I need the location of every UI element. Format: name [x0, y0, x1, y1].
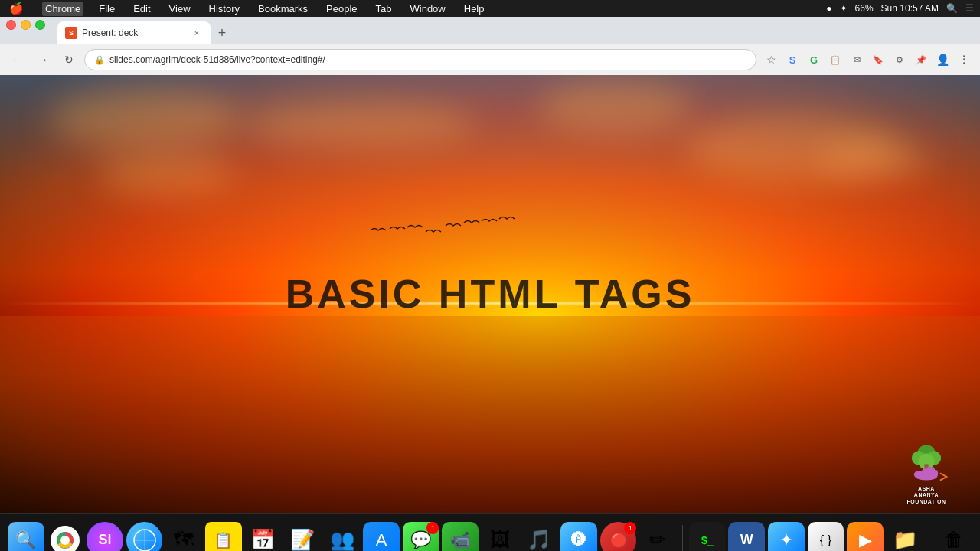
- forward-button[interactable]: →: [32, 49, 54, 70]
- svg-point-7: [60, 536, 70, 545]
- dock-divider2: [929, 525, 929, 552]
- dock-pencil[interactable]: ✏: [639, 522, 676, 552]
- slide-title: BASIC HTML TAGS: [286, 271, 695, 317]
- address-bar[interactable]: 🔒 slides.com/agrim/deck-51d386/live?cont…: [84, 49, 756, 70]
- view-menu[interactable]: View: [166, 2, 194, 16]
- dock-misc[interactable]: 📁: [887, 522, 923, 552]
- dock-trash[interactable]: 🗑: [936, 522, 972, 552]
- logo-watermark: ASHA ANANYA FOUNDATION: [880, 444, 972, 505]
- ext-icon-3[interactable]: 📋: [825, 50, 845, 70]
- dock-messages[interactable]: 💬 1: [403, 522, 439, 552]
- dock-finder[interactable]: 🔍: [8, 522, 44, 552]
- chrome-menu[interactable]: Chrome: [42, 2, 83, 16]
- chrome-window: S Present: deck × + ← → ↻ 🔒 slides.com/a…: [0, 17, 980, 513]
- dock-maps[interactable]: 🗺: [165, 522, 202, 552]
- dock-appstore[interactable]: A: [363, 522, 400, 552]
- ext-icon-6[interactable]: ⚙: [890, 50, 910, 70]
- dock-blue-app[interactable]: ✦: [768, 522, 805, 552]
- menu-dots-icon[interactable]: ⋮: [954, 50, 974, 70]
- dock-appstore2[interactable]: 🅐: [560, 522, 597, 552]
- tab-bar: S Present: deck × +: [0, 17, 980, 44]
- dock-stickies[interactable]: 📋: [205, 522, 242, 552]
- active-tab[interactable]: S Present: deck ×: [57, 21, 211, 44]
- dock-facetime[interactable]: 📹: [442, 522, 479, 552]
- lock-icon: 🔒: [94, 55, 105, 65]
- ext-icon-1[interactable]: S: [782, 50, 802, 70]
- dock-contacts[interactable]: 👥: [324, 522, 361, 552]
- dock-siri[interactable]: Si: [87, 522, 123, 552]
- dock-terminal[interactable]: $_: [689, 522, 726, 552]
- wifi-icon: ●: [826, 3, 831, 14]
- dock-script[interactable]: { }: [808, 522, 844, 552]
- ext-icon-2[interactable]: G: [804, 50, 824, 70]
- menubar-right: ● ✦ 66% Sun 10:57 AM 🔍 ☰: [826, 3, 974, 14]
- bookmark-star-icon[interactable]: ☆: [761, 50, 781, 70]
- dock-photos[interactable]: 🖼: [482, 522, 518, 552]
- reload-button[interactable]: ↻: [58, 49, 80, 70]
- edit-menu[interactable]: Edit: [130, 2, 153, 16]
- battery-indicator: 66%: [855, 3, 874, 14]
- app-badge: 1: [624, 522, 636, 534]
- window-menu[interactable]: Window: [407, 2, 449, 16]
- dock-word[interactable]: W: [728, 522, 765, 552]
- ext-icon-5[interactable]: 🔖: [868, 50, 888, 70]
- bookmarks-menu[interactable]: Bookmarks: [255, 2, 311, 16]
- tab-title: Present: deck: [82, 28, 138, 38]
- profile-icon[interactable]: 👤: [933, 50, 952, 70]
- close-button[interactable]: [6, 20, 16, 30]
- messages-badge: 1: [426, 522, 439, 534]
- dock: 🔍 Si 🗺 📋 📅 📝 👥 A: [0, 513, 980, 551]
- water-overlay: [0, 316, 980, 513]
- dock-divider: [682, 525, 683, 552]
- menu-bar: 🍎 Chrome File Edit View History Bookmark…: [0, 0, 980, 17]
- bluetooth-icon: ✦: [840, 3, 848, 14]
- window-controls: [6, 20, 45, 30]
- dock-slides[interactable]: ▶: [847, 522, 884, 552]
- notification-icon[interactable]: ☰: [965, 3, 974, 14]
- minimize-button[interactable]: [21, 20, 31, 30]
- help-menu[interactable]: Help: [461, 2, 488, 16]
- slide-area: BASIC HTML TAGS ASHA ANANYA FOUNDATION: [0, 75, 980, 513]
- toolbar-right: ☆ S G 📋 ✉ 🔖 ⚙ 📌 👤 ⋮: [761, 50, 974, 70]
- birds-silhouette: [363, 215, 516, 246]
- maximize-button[interactable]: [35, 20, 45, 30]
- file-menu[interactable]: File: [96, 2, 118, 16]
- back-button[interactable]: ←: [6, 49, 28, 70]
- people-menu[interactable]: People: [323, 2, 360, 16]
- search-icon[interactable]: 🔍: [946, 3, 958, 14]
- tab-favicon: S: [65, 27, 77, 39]
- url-text: slides.com/agrim/deck-51d386/live?contex…: [109, 54, 746, 65]
- address-bar-row: ← → ↻ 🔒 slides.com/agrim/deck-51d386/liv…: [0, 44, 980, 75]
- logo-text: ASHA ANANYA FOUNDATION: [906, 486, 946, 505]
- dock-calendar[interactable]: 📅: [245, 522, 282, 552]
- dock-notes[interactable]: 📝: [284, 522, 321, 552]
- ext-icon-7[interactable]: 📌: [911, 50, 931, 70]
- tab-menu[interactable]: Tab: [373, 2, 395, 16]
- dock-safari[interactable]: [126, 522, 163, 552]
- tab-close-button[interactable]: ×: [191, 27, 203, 39]
- clock: Sun 10:57 AM: [881, 3, 939, 14]
- history-menu[interactable]: History: [206, 2, 243, 16]
- new-tab-button[interactable]: +: [211, 21, 234, 44]
- dock-chrome[interactable]: [47, 522, 84, 552]
- dock-notification-app[interactable]: 🔴 1: [600, 522, 637, 552]
- ext-icon-4[interactable]: ✉: [847, 50, 867, 70]
- dock-itunes[interactable]: 🎵: [521, 522, 558, 552]
- apple-menu[interactable]: 🍎: [6, 0, 27, 17]
